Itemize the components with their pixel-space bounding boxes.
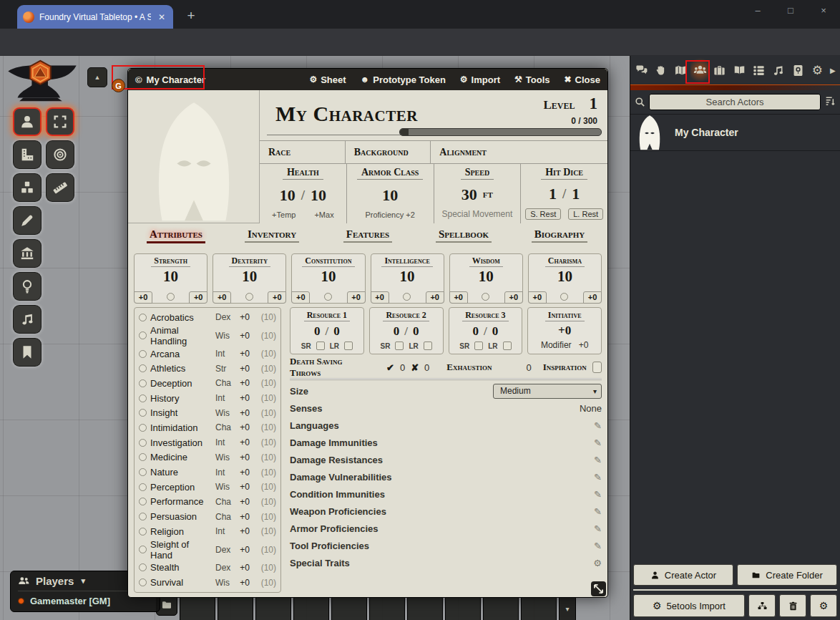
xp-value[interactable]: 0 / 300 [571, 116, 597, 126]
sr-checkbox[interactable] [395, 342, 404, 350]
ability-score[interactable]: 10 [400, 268, 415, 286]
skill-proficiency-radio[interactable] [139, 314, 147, 321]
level-value[interactable]: 1 [590, 95, 598, 113]
edit-icon[interactable]: ✎ [594, 489, 602, 500]
sr-checkbox[interactable] [474, 342, 483, 350]
inspiration-checkbox[interactable] [592, 362, 602, 373]
macro-slot[interactable] [218, 594, 253, 620]
tab-actors[interactable] [690, 56, 710, 84]
ability-score[interactable]: 10 [557, 268, 572, 286]
window-resize-handle[interactable] [591, 581, 606, 596]
window-header[interactable]: © My Character ⚙ Sheet ☻ Prototype Token… [128, 69, 607, 90]
skill-proficiency-radio[interactable] [139, 379, 147, 387]
window-maximize-button[interactable]: □ [774, 0, 807, 23]
tab-scenes[interactable] [671, 56, 690, 84]
hd-max[interactable]: 1 [572, 185, 580, 203]
resource-current[interactable]: 0 [314, 324, 321, 339]
5etools-import-button[interactable]: ⚙ 5etools Import [633, 594, 745, 617]
lr-checkbox[interactable] [344, 342, 353, 350]
drawings-tool-button[interactable] [13, 206, 41, 235]
tab-close-icon[interactable]: ✕ [156, 12, 167, 22]
tiles-tool-button[interactable] [13, 173, 41, 202]
browser-tab[interactable]: Foundry Virtual Tabletop • A Stan ✕ [17, 5, 173, 29]
measure-tool-button[interactable] [13, 140, 41, 169]
tab-settings[interactable]: ⚙ [808, 56, 827, 84]
close-window-button[interactable]: ✖ Close [565, 74, 600, 85]
edit-icon[interactable]: ✎ [594, 472, 602, 483]
exhaustion-value[interactable]: 0 [527, 362, 532, 373]
resource-max[interactable]: 0 [492, 324, 499, 339]
hp-current[interactable]: 10 [280, 186, 296, 205]
skill-row[interactable]: SurvivalWis+0(10) [139, 575, 276, 590]
tab-inventory[interactable]: Inventory [224, 226, 320, 249]
tab-tables[interactable] [749, 56, 768, 84]
special-movement-field[interactable]: Special Movement [442, 209, 513, 219]
edit-icon[interactable]: ✎ [594, 523, 602, 534]
skill-row[interactable]: DeceptionCha+0(10) [139, 376, 276, 391]
skill-row[interactable]: MedicineWis+0(10) [139, 450, 276, 465]
initiative-value[interactable]: +0 [558, 324, 571, 338]
death-success-icon[interactable]: ✔ [386, 362, 394, 373]
resource-current[interactable]: 0 [473, 324, 479, 339]
skill-proficiency-radio[interactable] [139, 453, 147, 461]
prototype-token-button[interactable]: ☻ Prototype Token [361, 74, 446, 85]
skill-row[interactable]: PersuasionCha+0(10) [139, 509, 276, 524]
skill-row[interactable]: PerformanceCha+0(10) [139, 495, 276, 510]
skill-row[interactable]: Sleight of HandDex+0(10) [139, 539, 276, 561]
ability-score[interactable]: 10 [242, 268, 257, 286]
race-field[interactable]: Race [260, 141, 345, 163]
skill-proficiency-radio[interactable] [139, 424, 147, 432]
edit-icon[interactable]: ✎ [594, 506, 602, 517]
tab-combat[interactable] [651, 56, 670, 84]
skill-proficiency-radio[interactable] [139, 364, 147, 372]
death-success-count[interactable]: 0 [400, 362, 405, 373]
hotbar-page-down-button[interactable]: ▾ [559, 594, 576, 620]
controls-collapse-button[interactable]: ▲ [87, 67, 107, 87]
skill-proficiency-radio[interactable] [139, 409, 147, 417]
ability-score[interactable]: 10 [479, 268, 494, 286]
death-fail-count[interactable]: 0 [424, 362, 429, 373]
skill-proficiency-radio[interactable] [139, 578, 147, 586]
edit-icon[interactable]: ✎ [594, 420, 602, 431]
skill-row[interactable]: ArcanaInt+0(10) [139, 347, 276, 362]
sr-checkbox[interactable] [316, 342, 325, 350]
ability-proficiency-radio[interactable] [245, 293, 253, 301]
ability-strength[interactable]: Strength 10 +0 +0 [134, 253, 207, 304]
actor-list-item[interactable]: My Character [630, 114, 840, 151]
collapse-folders-icon[interactable] [824, 95, 836, 110]
skill-row[interactable]: AcrobaticsDex+0(10) [139, 310, 276, 325]
skill-row[interactable]: InsightWis+0(10) [139, 405, 276, 420]
alignment-field[interactable]: Alignment [430, 141, 607, 163]
ability-score[interactable]: 10 [321, 268, 336, 286]
tab-chat[interactable] [632, 56, 651, 84]
ability-wisdom[interactable]: Wisdom 10 +0 +0 [449, 253, 523, 304]
skill-proficiency-radio[interactable] [139, 468, 147, 476]
initiative-mod-value[interactable]: +0 [579, 340, 589, 350]
ability-intelligence[interactable]: Intelligence 10 +0 +0 [371, 253, 444, 304]
ac-value[interactable]: 10 [382, 186, 398, 205]
skill-proficiency-radio[interactable] [139, 513, 147, 520]
macro-slot[interactable] [331, 594, 367, 620]
skill-row[interactable]: NatureInt+0(10) [139, 465, 276, 480]
skill-row[interactable]: Animal HandlingWis+0(10) [139, 325, 276, 347]
delete-button[interactable] [779, 594, 806, 617]
ability-proficiency-radio[interactable] [167, 293, 175, 301]
tab-compendium[interactable] [788, 56, 807, 84]
ability-proficiency-radio[interactable] [324, 293, 332, 301]
edit-icon[interactable]: ✎ [594, 541, 602, 551]
tab-biography[interactable]: Biography [512, 226, 607, 249]
hp-tempmax-label[interactable]: +Max [314, 210, 333, 219]
target-tool-button[interactable] [46, 140, 74, 169]
death-fail-icon[interactable]: ✘ [411, 362, 419, 373]
ability-dexterity[interactable]: Dexterity 10 +0 +0 [213, 253, 286, 304]
macro-slot[interactable] [407, 594, 443, 620]
macro-slot[interactable] [293, 594, 329, 620]
character-portrait[interactable] [128, 90, 260, 223]
macro-slot[interactable] [369, 594, 405, 620]
skill-row[interactable]: StealthDex+0(10) [139, 561, 276, 576]
import-button[interactable]: ⚙ Import [460, 74, 500, 85]
resource-max[interactable]: 0 [333, 324, 340, 339]
macro-slot[interactable] [521, 594, 557, 620]
g-module-badge[interactable]: G [112, 79, 125, 92]
tab-spellbook[interactable]: Spellbook [416, 226, 512, 249]
